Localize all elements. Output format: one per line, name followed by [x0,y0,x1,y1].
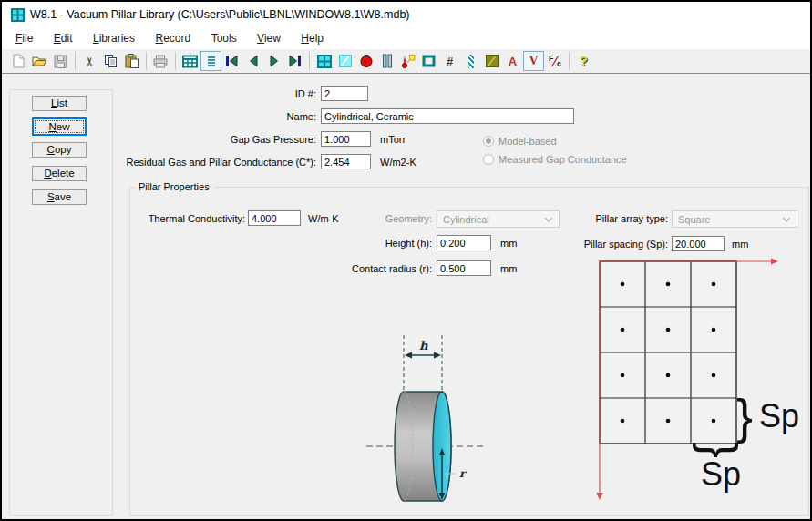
new-button[interactable]: New [32,117,87,136]
thermal-conductivity-field[interactable] [248,210,301,226]
geometry-label: Geometry: [341,213,432,224]
toolbar-separator [309,52,310,70]
name-field[interactable] [321,108,574,124]
app-window: W8.1 - Vacuum Pillar Library (C:\Users\P… [0,0,812,521]
radio-model-based[interactable]: Model-based [483,135,557,148]
menu-view[interactable]: View [249,27,289,49]
glazing-system-library-icon[interactable] [376,51,397,71]
copy-button[interactable]: Copy [32,142,87,158]
pillar-spacing-label: Pillar spacing (Sp): [558,239,668,250]
height-dimension-arrow [405,352,441,359]
height-dimension-label: h [419,339,428,352]
print-icon[interactable] [150,51,171,71]
glass-library-icon[interactable] [334,51,355,71]
radius-dimension-label: r [459,467,468,480]
height-field[interactable] [437,235,491,250]
svg-text:c: c [557,59,561,68]
next-record-icon[interactable] [263,51,284,71]
pillar-spacing-unit: mm [732,239,748,250]
frame-library-icon[interactable] [418,51,439,71]
menu-tools[interactable]: Tools [203,27,245,49]
delete-button[interactable]: Delete [32,166,87,181]
cylinder-diagram: h r [362,330,499,512]
radio-measured-circle[interactable] [483,154,494,165]
pillar-array-type-dropdown[interactable]: Square [672,210,797,228]
menu-libraries[interactable]: Libraries [85,27,143,49]
save-button[interactable]: Save [32,189,87,205]
menu-file[interactable]: File [7,27,41,49]
contact-radius-unit: mm [500,263,517,274]
last-record-icon[interactable] [284,51,305,71]
toolbar-separator [146,52,147,70]
previous-record-icon[interactable] [242,51,263,71]
copy-icon[interactable] [100,51,121,71]
chevron-down-icon [544,217,553,222]
environmental-conditions-icon[interactable] [397,51,418,71]
residual-conductance-unit: W/m2-K [380,157,416,168]
height-unit: mm [500,238,517,249]
spacing-label-bottom: Sp [701,455,741,493]
contact-radius-label: Contact radius (r): [316,263,432,274]
window-library-icon[interactable] [313,51,334,71]
applications-a-icon[interactable]: A [502,51,523,71]
id-label: ID #: [134,88,316,99]
menu-edit[interactable]: Edit [46,27,81,49]
pillar-properties-group-label: Pillar Properties [135,181,213,192]
residual-conductance-label: Residual Gas and Pillar Conductance (C*)… [102,157,316,168]
title-bar[interactable]: W8.1 - Vacuum Pillar Library (C:\Users\P… [2,2,810,27]
geometry-dropdown[interactable]: Cylindrical [437,210,560,228]
first-record-icon[interactable] [221,51,242,71]
app-window-icon[interactable] [11,8,25,26]
table-view-icon[interactable] [180,51,200,71]
cut-icon[interactable]: ✂ [79,51,100,71]
content-area: List New Copy Delete Save ID #: Name: Ga… [2,75,810,519]
chevron-down-icon [782,217,791,222]
residual-conductance-field[interactable] [321,154,371,169]
gap-gas-pressure-label: Gap Gas Pressure: [129,134,316,145]
menu-help[interactable]: Help [293,27,332,49]
contact-radius-field[interactable] [437,260,491,276]
shade-material-library-icon[interactable] [481,51,502,71]
gap-gas-pressure-field[interactable] [321,131,371,147]
vacuum-pillar-library-icon[interactable]: V [523,51,544,71]
pillar-array-diagram: } Sp } Sp [590,254,812,519]
save-icon[interactable] [50,51,71,71]
list-view-icon[interactable] [200,51,221,71]
radio-model-based-circle[interactable] [483,136,494,147]
list-button[interactable]: List [32,96,87,111]
gas-library-icon[interactable] [355,51,376,71]
id-field[interactable] [321,86,368,101]
height-label: Height (h): [341,238,432,249]
toolbar: ✂ [2,49,810,74]
new-document-icon[interactable] [8,51,29,71]
open-folder-icon[interactable] [29,51,50,71]
thermal-conductivity-unit: W/m-K [308,213,339,224]
radio-measured-gap-conductance[interactable]: Measured Gap Conductance [483,153,627,166]
shading-layer-library-icon[interactable] [460,51,481,71]
right-brace: } [736,389,753,444]
help-icon[interactable]: ? [573,51,594,71]
menu-bar: File Edit Libraries Record Tools View He… [2,27,810,49]
toolbar-separator [175,52,176,70]
window-title: W8.1 - Vacuum Pillar Library (C:\Users\P… [30,2,410,27]
menu-record[interactable]: Record [147,27,199,49]
pillar-array-type-label: Pillar array type: [571,213,668,224]
spacing-label-right: Sp [759,397,799,434]
toolbar-separator [75,52,76,70]
paste-icon[interactable] [121,51,142,71]
pillar-spacing-field[interactable] [672,236,725,251]
toolbar-separator [569,52,570,70]
fahrenheit-celsius-toggle-icon[interactable]: F c [544,51,565,71]
thermal-conductivity-label: Thermal Conductivity: [107,213,245,224]
name-label: Name: [134,111,316,122]
gap-gas-pressure-unit: mTorr [380,134,406,145]
svg-text:F: F [549,54,554,63]
divider-library-icon[interactable]: # [439,51,460,71]
